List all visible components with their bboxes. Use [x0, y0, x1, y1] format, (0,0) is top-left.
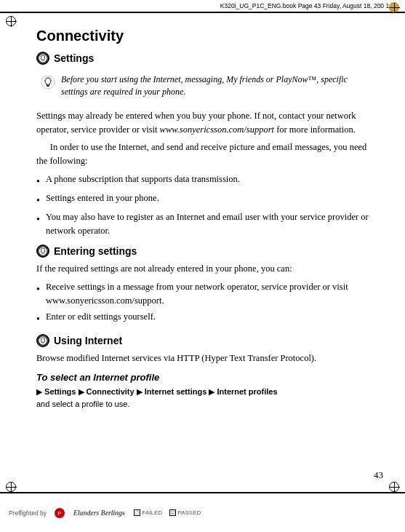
bullet-dot: • [36, 193, 40, 208]
passed-checkbox: ☑ PASSED [169, 509, 201, 516]
svg-rect-10 [41, 338, 45, 342]
page-number: 43 [374, 469, 383, 481]
settings-bullet-list: • A phone subscription that supports dat… [36, 172, 369, 238]
svg-rect-1 [41, 55, 45, 60]
svg-point-9 [39, 336, 47, 344]
using-internet-icon [36, 334, 49, 347]
bullet-item: • Receive settings in a message from you… [36, 280, 369, 308]
entering-bullet-2: Enter or edit settings yourself. [46, 310, 369, 324]
crosshair-top-right-icon [389, 2, 399, 12]
page-wrapper: K320i_UG_P1C_ENG.book Page 43 Friday, Au… [0, 0, 405, 532]
crosshair-bottom-left-icon [6, 482, 16, 492]
bullet-dot: • [36, 212, 40, 227]
entering-settings-heading-text: Entering settings [54, 245, 137, 257]
info-box: Before you start using the Internet, mes… [36, 71, 369, 102]
failed-checkbox: □ FAILED [134, 509, 162, 516]
entering-settings-body: If the required settings are not already… [36, 262, 369, 276]
using-internet-heading-text: Using Internet [54, 335, 122, 346]
bullet-item: • A phone subscription that supports dat… [36, 172, 369, 189]
main-content: Connectivity Settings [22, 13, 383, 488]
failed-checkbox-box: □ [134, 509, 140, 516]
header-text: K320i_UG_P1C_ENG.book Page 43 Friday, Au… [220, 2, 398, 9]
svg-text:P: P [58, 510, 62, 517]
crosshair-bottom-right-icon [389, 482, 399, 492]
using-internet-body: Browse modified Internet services via HT… [36, 352, 369, 365]
svg-point-6 [39, 247, 47, 255]
preflight-logo-icon: P [54, 507, 65, 519]
entering-settings-heading: Entering settings [36, 245, 369, 258]
entering-bullet-1: Receive settings in a message from your … [46, 280, 369, 308]
nav-trailing-text: and select a profile to use. [36, 400, 129, 408]
crosshair-top-left-icon [6, 16, 16, 26]
settings-heading-text: Settings [54, 52, 94, 64]
bullet-item: • You may also have to register as an In… [36, 210, 369, 238]
entering-settings-section: Entering settings If the required settin… [36, 245, 369, 326]
procedure-block: To select an Internet profile ▶ Settings… [36, 372, 369, 410]
bullet-text-3: You may also have to register as an Inte… [46, 210, 369, 238]
svg-point-0 [39, 54, 47, 63]
top-bar: K320i_UG_P1C_ENG.book Page 43 Friday, Au… [0, 0, 405, 13]
bullet-item: • Enter or edit settings yourself. [36, 310, 369, 327]
lightbulb-icon [41, 75, 55, 90]
failed-label: FAILED [142, 509, 162, 516]
passed-checkbox-box: ☑ [169, 509, 176, 516]
bullet-item: • Settings entered in your phone. [36, 191, 369, 208]
settings-icon [36, 52, 49, 65]
svg-rect-7 [41, 248, 45, 253]
page-title: Connectivity [36, 28, 369, 44]
nav-path: ▶ Settings ▶ Connectivity ▶ Internet set… [36, 386, 369, 410]
settings-body-1: Settings may already be entered when you… [36, 109, 369, 137]
entering-settings-bullets: • Receive settings in a message from you… [36, 280, 369, 327]
logo-text: Elanders Berlings [73, 509, 125, 517]
passed-label: PASSED [177, 509, 201, 516]
entering-settings-icon [36, 245, 49, 258]
settings-body-2: In order to use the Internet, and send a… [36, 140, 369, 168]
bullet-text-1: A phone subscription that supports data … [46, 172, 369, 186]
bullet-dot: • [36, 282, 40, 297]
using-internet-heading: Using Internet [36, 334, 369, 347]
preflight-label: Preflighted by [9, 509, 47, 517]
nav-path-text: ▶ Settings ▶ Connectivity ▶ Internet set… [36, 387, 278, 396]
using-internet-section: Using Internet Browse modified Internet … [36, 334, 369, 410]
preflight-area: Preflighted by P Elanders Berlings □ FAI… [9, 507, 201, 519]
procedure-heading: To select an Internet profile [36, 372, 369, 383]
bullet-dot: • [36, 174, 40, 189]
info-box-text: Before you start using the Internet, mes… [61, 74, 364, 99]
bottom-bar: Preflighted by P Elanders Berlings □ FAI… [0, 492, 405, 532]
settings-section-heading: Settings [36, 52, 369, 65]
bullet-text-2: Settings entered in your phone. [46, 191, 369, 205]
bullet-dot: • [36, 311, 40, 327]
